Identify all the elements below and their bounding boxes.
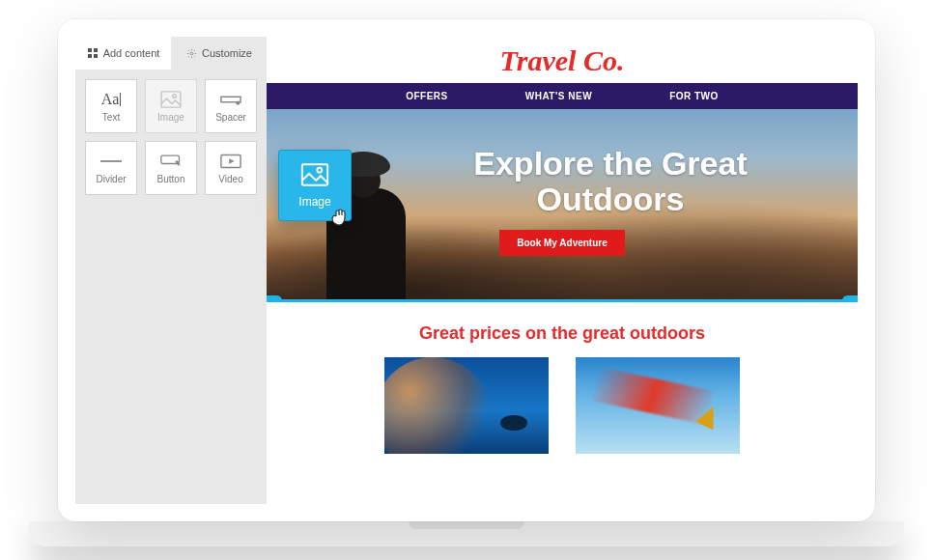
svg-rect-5: [161, 91, 181, 106]
thumbnail-row: [267, 357, 858, 463]
hero-section[interactable]: Explore the Great Outdoors Book My Adven…: [267, 109, 858, 302]
resize-handle-right[interactable]: [842, 295, 858, 302]
block-label: Image: [298, 195, 330, 209]
nav-item-whats-new[interactable]: WHAT'S NEW: [525, 91, 592, 101]
editor-sidebar: Add content Customize Aa Text Image: [75, 37, 267, 504]
preview-canvas: Travel Co. OFFERS WHAT'S NEW FOR TWO Exp…: [267, 37, 858, 504]
nav-item-offers[interactable]: OFFERS: [406, 91, 448, 101]
block-divider[interactable]: Divider: [85, 141, 137, 195]
image-icon: [160, 91, 182, 108]
svg-rect-12: [302, 164, 327, 185]
svg-rect-1: [94, 48, 98, 52]
sidebar-tabs: Add content Customize: [75, 37, 267, 70]
gear-icon: [185, 47, 197, 59]
tab-customize[interactable]: Customize: [171, 37, 267, 70]
svg-point-4: [190, 52, 193, 55]
preview-nav: OFFERS WHAT'S NEW FOR TWO: [267, 83, 858, 109]
block-spacer[interactable]: Spacer: [205, 79, 257, 133]
text-icon: Aa: [100, 91, 122, 108]
content-block-palette: Aa Text Image Spacer Divider: [75, 70, 267, 205]
tab-label: Add content: [103, 47, 160, 59]
resize-handle-left[interactable]: [267, 295, 282, 302]
hero-text: Explore the Great Outdoors Book My Adven…: [267, 146, 858, 256]
editor-window: Add content Customize Aa Text Image: [58, 19, 875, 521]
block-label: Video: [218, 174, 242, 184]
hero-cta-button[interactable]: Book My Adventure: [499, 230, 625, 256]
tab-label: Customize: [202, 47, 252, 59]
svg-rect-3: [94, 54, 98, 58]
device-base: [29, 521, 904, 546]
block-label: Button: [157, 174, 185, 184]
brand-logo: Travel Co.: [267, 37, 858, 83]
block-label: Spacer: [215, 112, 246, 123]
image-icon: [300, 163, 329, 189]
block-label: Divider: [96, 174, 126, 184]
block-button[interactable]: Button: [145, 141, 197, 195]
spacer-icon: [220, 91, 241, 108]
block-label: Text: [102, 112, 120, 123]
nav-item-for-two[interactable]: FOR TWO: [669, 91, 719, 101]
block-label: Image: [157, 112, 184, 123]
hero-headline-line1: Explore the Great: [473, 145, 747, 182]
button-icon: [160, 153, 182, 170]
svg-point-8: [237, 101, 240, 104]
thumbnail-underwater[interactable]: [384, 357, 549, 454]
grid-icon: [87, 47, 99, 59]
block-video[interactable]: Video: [205, 141, 257, 195]
svg-rect-2: [88, 54, 92, 58]
svg-point-13: [317, 167, 322, 172]
cursor-grab-icon: [330, 207, 350, 228]
thumbnail-sky[interactable]: [576, 357, 740, 454]
section-subhead: Great prices on the great outdoors: [267, 302, 858, 357]
tab-add-content[interactable]: Add content: [75, 37, 171, 70]
selection-outline: [267, 299, 858, 302]
svg-point-6: [173, 94, 177, 98]
block-text[interactable]: Aa Text: [85, 79, 137, 133]
divider-icon: [100, 153, 122, 170]
hero-headline-line2: Outdoors: [537, 181, 685, 217]
block-image[interactable]: Image: [145, 79, 197, 133]
video-icon: [220, 153, 241, 170]
svg-rect-0: [88, 48, 92, 52]
